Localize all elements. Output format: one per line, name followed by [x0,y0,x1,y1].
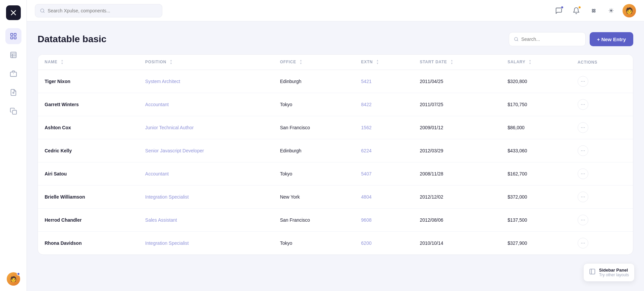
theme-toggle-icon[interactable]: ☀ [605,5,617,17]
table-header-row: NAME ▲▼ POSITION ▲▼ OFFICE ▲▼ EXTN [38,55,633,70]
cell-salary-6: $137,500 [501,209,571,232]
svg-rect-2 [10,33,12,35]
col-header-start-date[interactable]: START DATE ▲▼ [413,55,501,70]
cell-position-4: Accountant [139,162,273,186]
bell-badge [578,6,581,9]
cell-position-1: Accountant [139,93,273,116]
new-entry-button[interactable]: + New Entry [590,32,633,46]
table-row: Herrod Chandler Sales Assistant San Fran… [38,209,633,232]
cell-name-4: Airi Satou [38,162,139,186]
row-actions-button-1[interactable]: ··· [578,99,588,110]
row-actions-button-6[interactable]: ··· [578,215,588,225]
notifications-chat-icon[interactable] [553,5,565,17]
cell-salary-3: $433,060 [501,139,571,162]
global-search-container[interactable] [35,4,162,17]
sidebar-panel-hint[interactable]: Sidebar Panel Try other layouts [583,263,635,282]
svg-rect-4 [10,37,12,39]
app-logo[interactable] [6,5,21,20]
cell-position-2: Junior Technical Author [139,116,273,139]
col-header-name[interactable]: NAME ▲▼ [38,55,139,70]
cell-actions-0: ··· [571,70,633,93]
row-actions-button-5[interactable]: ··· [578,192,588,202]
cell-extn-3: 6224 [355,139,413,162]
row-actions-button-7[interactable]: ··· [578,238,588,248]
user-avatar-sidebar[interactable]: 🧑 [7,272,20,286]
sidebar-panel-title: Sidebar Panel [599,268,629,273]
page-title: Datatable basic [38,34,106,45]
sidebar-item-copy[interactable] [5,103,21,119]
cell-position-6: Sales Assistant [139,209,273,232]
table-row: Airi Satou Accountant Tokyo 5407 2008/11… [38,162,633,186]
cell-date-7: 2010/10/14 [413,232,501,255]
user-avatar-topbar[interactable]: 🧑 [623,4,636,17]
sidebar-panel-hint-icon [589,268,596,277]
svg-rect-6 [10,52,16,58]
col-header-office[interactable]: OFFICE ▲▼ [273,55,355,70]
sidebar-item-table[interactable] [5,47,21,63]
global-search-icon [40,8,45,13]
table-search-input[interactable] [521,37,581,42]
cell-date-4: 2008/11/28 [413,162,501,186]
table-search-container[interactable] [509,32,586,46]
svg-rect-10 [10,72,16,76]
cell-date-0: 2011/04/25 [413,70,501,93]
cell-extn-4: 5407 [355,162,413,186]
cell-office-3: Edinburgh [273,139,355,162]
cell-name-3: Cedric Kelly [38,139,139,162]
cell-office-2: San Francisco [273,116,355,139]
cell-salary-4: $162,700 [501,162,571,186]
row-actions-button-2[interactable]: ··· [578,122,588,133]
cell-extn-5: 4804 [355,186,413,209]
notifications-bell-icon[interactable] [570,5,582,17]
col-header-salary[interactable]: SALARY ▲▼ [501,55,571,70]
sidebar-item-document[interactable] [5,84,21,100]
svg-point-12 [13,92,14,93]
cell-name-1: Garrett Winters [38,93,139,116]
cell-office-1: Tokyo [273,93,355,116]
table-body: Tiger Nixon System Architect Edinburgh 5… [38,70,633,255]
cell-position-3: Senior Javascript Developer [139,139,273,162]
svg-point-18 [592,11,593,12]
cell-actions-2: ··· [571,116,633,139]
svg-point-16 [592,9,593,10]
svg-rect-22 [590,269,595,274]
table-row: Ashton Cox Junior Technical Author San F… [38,116,633,139]
cell-actions-4: ··· [571,162,633,186]
global-search-input[interactable] [48,8,157,13]
cell-actions-5: ··· [571,186,633,209]
row-actions-button-0[interactable]: ··· [578,76,588,87]
sidebar-item-briefcase[interactable] [5,66,21,82]
cell-actions-1: ··· [571,93,633,116]
sidebar-panel-hint-text: Sidebar Panel Try other layouts [599,268,629,277]
row-actions-button-4[interactable]: ··· [578,168,588,179]
svg-rect-13 [12,110,16,114]
cell-office-4: Tokyo [273,162,355,186]
cell-extn-2: 1562 [355,116,413,139]
topbar-right: ☀ 🧑 [553,4,636,17]
cell-position-5: Integration Specialist [139,186,273,209]
page-header: Datatable basic + New Entry [38,32,633,46]
page-header-right: + New Entry [509,32,633,46]
cell-actions-6: ··· [571,209,633,232]
col-header-actions: ACTIONS [571,55,633,70]
col-header-position[interactable]: POSITION ▲▼ [139,55,273,70]
cell-position-0: System Architect [139,70,273,93]
cell-name-7: Rhona Davidson [38,232,139,255]
cell-actions-7: ··· [571,232,633,255]
cell-office-6: San Francisco [273,209,355,232]
table-header: NAME ▲▼ POSITION ▲▼ OFFICE ▲▼ EXTN [38,55,633,70]
cell-salary-7: $327,900 [501,232,571,255]
svg-rect-3 [14,33,16,35]
table-search-icon [514,37,519,42]
cell-date-1: 2011/07/25 [413,93,501,116]
cell-salary-1: $170,750 [501,93,571,116]
apps-grid-icon[interactable] [588,5,600,17]
cell-extn-6: 9608 [355,209,413,232]
row-actions-button-3[interactable]: ··· [578,145,588,156]
svg-line-21 [517,40,518,41]
cell-date-2: 2009/01/12 [413,116,501,139]
col-header-extn[interactable]: EXTN ▲▼ [355,55,413,70]
cell-name-5: Brielle Williamson [38,186,139,209]
sidebar-item-dashboard[interactable] [5,28,21,44]
cell-office-7: Tokyo [273,232,355,255]
